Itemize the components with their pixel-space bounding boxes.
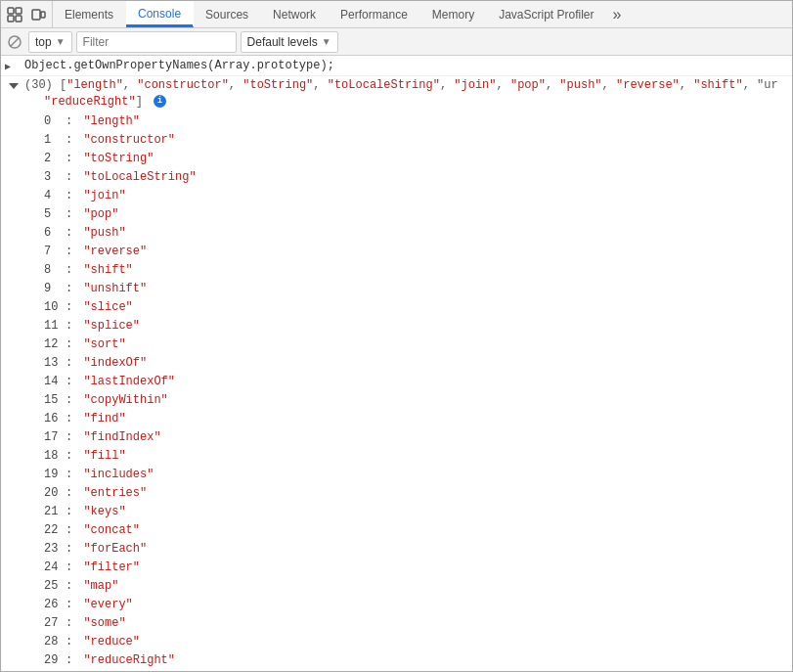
svg-rect-1: [16, 8, 22, 14]
list-item: 27: "some": [1, 614, 792, 633]
context-select[interactable]: top ▼: [28, 31, 72, 53]
list-item: 22: "concat": [1, 521, 792, 540]
toolbar-icons: [1, 1, 53, 27]
clear-console-button[interactable]: [5, 32, 24, 52]
list-item: 29: "reduceRight": [1, 651, 792, 670]
tab-performance[interactable]: Performance: [329, 1, 420, 27]
prompt-arrow: ▶: [5, 59, 11, 72]
list-item: 20: "entries": [1, 484, 792, 503]
list-item: 28: "reduce": [1, 633, 792, 651]
svg-rect-5: [41, 12, 45, 18]
list-item: 26: "every": [1, 596, 792, 614]
list-item: 25: "map": [1, 577, 792, 596]
list-item: 14: "lastIndexOf": [1, 373, 792, 391]
list-item: 0: "length": [1, 112, 792, 131]
tab-overflow-button[interactable]: »: [607, 1, 628, 27]
list-item: 16: "find": [1, 410, 792, 428]
console-bar: top ▼ Default levels ▼: [1, 28, 792, 56]
svg-rect-3: [16, 16, 22, 22]
list-item: 19: "includes": [1, 466, 792, 484]
svg-rect-2: [8, 16, 14, 22]
list-item: 8: "shift": [1, 261, 792, 280]
list-item: 13: "indexOf": [1, 354, 792, 373]
console-output[interactable]: ▶ Object.getOwnPropertyNames(Array.proto…: [1, 56, 792, 672]
tab-sources[interactable]: Sources: [194, 1, 261, 27]
input-text: Object.getOwnPropertyNames(Array.prototy…: [24, 59, 334, 72]
tabs: Elements Console Sources Network Perform…: [53, 1, 792, 27]
svg-rect-0: [8, 8, 14, 14]
list-item: 21: "keys": [1, 503, 792, 521]
tab-console[interactable]: Console: [126, 1, 194, 27]
list-item: 5: "pop": [1, 205, 792, 224]
list-item: 6: "push": [1, 224, 792, 243]
list-item: 11: "splice": [1, 317, 792, 336]
expanded-arrow: [9, 78, 22, 96]
svg-rect-4: [32, 10, 40, 20]
items-container: 0: "length"1: "constructor"2: "toString"…: [1, 112, 792, 670]
device-icon[interactable]: [28, 5, 48, 24]
list-item: 18: "fill": [1, 447, 792, 466]
list-item: 2: "toString": [1, 150, 792, 168]
tab-bar: Elements Console Sources Network Perform…: [1, 1, 792, 28]
list-item: 12: "sort": [1, 336, 792, 354]
filter-input[interactable]: [76, 31, 237, 53]
list-item: 7: "reverse": [1, 243, 792, 261]
list-item: 10: "slice": [1, 298, 792, 317]
list-item: 17: "findIndex": [1, 428, 792, 447]
output-section: (30) ["length", "constructor", "toString…: [1, 76, 792, 672]
tab-network[interactable]: Network: [261, 1, 329, 27]
array-header-expanded[interactable]: (30) ["length", "constructor", "toString…: [1, 76, 792, 94]
tab-memory[interactable]: Memory: [420, 1, 487, 27]
list-item: 4: "join": [1, 187, 792, 205]
tab-elements[interactable]: Elements: [53, 1, 126, 27]
list-item: 24: "filter": [1, 559, 792, 577]
list-item: 15: "copyWithin": [1, 391, 792, 410]
default-levels-button[interactable]: Default levels ▼: [241, 31, 338, 53]
list-item: 1: "constructor": [1, 131, 792, 150]
list-item: 9: "unshift": [1, 280, 792, 298]
inspect-icon[interactable]: [5, 5, 24, 24]
svg-line-7: [11, 37, 20, 46]
tab-js-profiler[interactable]: JavaScript Profiler: [487, 1, 606, 27]
list-item: 23: "forEach": [1, 540, 792, 559]
array-header-tail: "reduceRight"] i: [1, 94, 792, 112]
info-icon[interactable]: i: [154, 95, 166, 108]
list-item: 3: "toLocaleString": [1, 168, 792, 187]
console-input-line: ▶ Object.getOwnPropertyNames(Array.proto…: [1, 56, 792, 76]
